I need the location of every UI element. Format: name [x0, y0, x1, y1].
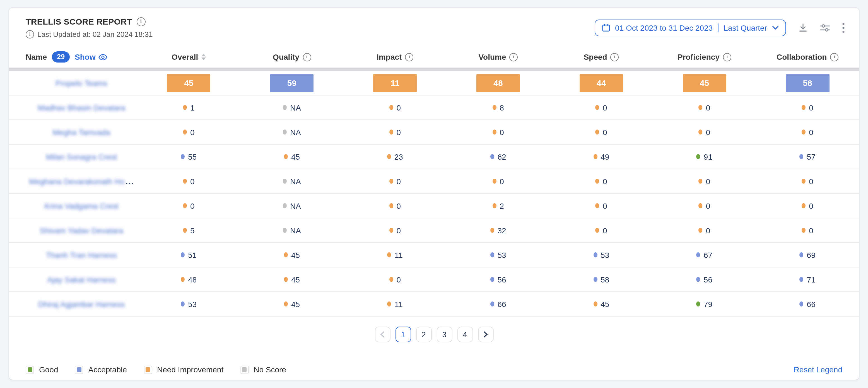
score-cell: 11	[343, 250, 446, 259]
trellis-report-card: TRELLIS SCORE REPORT i i Last Updated at…	[8, 7, 860, 380]
score-status-dot	[802, 105, 806, 110]
info-icon[interactable]: i	[830, 53, 838, 61]
show-names-toggle[interactable]: Show	[75, 53, 108, 61]
score-value: 0	[809, 201, 813, 210]
score-status-dot	[800, 154, 804, 159]
column-header-impact: Impacti	[343, 53, 446, 61]
member-name-link[interactable]: Milan Sonagra Crest	[26, 152, 137, 161]
column-header-label: Overall	[172, 53, 198, 61]
score-value: 62	[497, 152, 506, 161]
pagination-page-4[interactable]: 4	[457, 327, 473, 342]
score-cell: 0	[653, 103, 756, 112]
score-cell: 11	[343, 300, 446, 308]
score-value: 48	[188, 275, 197, 284]
pagination: 1234	[9, 327, 859, 342]
pagination-page-1[interactable]: 1	[395, 327, 411, 342]
pagination-page-2[interactable]: 2	[416, 327, 432, 342]
member-name-link[interactable]: Shivam Yadav Devatara	[26, 226, 137, 235]
score-cell: 45	[241, 152, 344, 161]
score-cell: 58	[756, 74, 859, 92]
score-cell: 45	[653, 74, 756, 92]
legend-items: GoodAcceptableNeed ImprovementNo Score	[26, 365, 286, 374]
download-icon	[798, 23, 808, 32]
report-info-icon[interactable]: i	[136, 17, 145, 26]
settings-button[interactable]	[820, 23, 830, 32]
date-range-picker[interactable]: 01 Oct 2023 to 31 Dec 2023 Last Quarter	[594, 19, 786, 36]
score-status-dot	[283, 105, 287, 110]
legend-item-need-improvement[interactable]: Need Improvement	[144, 365, 223, 374]
score-value: 91	[704, 152, 712, 161]
info-icon[interactable]: i	[509, 53, 518, 61]
member-name-link[interactable]: Dhiraj Agjambar Harness	[26, 300, 137, 308]
score-value: 66	[807, 300, 815, 308]
column-header-overall[interactable]: Overall	[137, 53, 241, 61]
score-cell: 66	[756, 300, 859, 308]
info-icon[interactable]: i	[723, 53, 731, 61]
column-header-label: Collaboration	[776, 53, 827, 61]
score-status-dot	[183, 179, 187, 184]
pagination-prev-button[interactable]	[375, 327, 390, 342]
score-value: 79	[704, 300, 712, 308]
score-cell: 0	[137, 177, 241, 186]
score-value: 0	[706, 103, 710, 112]
title-block: TRELLIS SCORE REPORT i i Last Updated at…	[26, 17, 153, 38]
score-value: 5	[190, 226, 195, 235]
score-cell: 56	[446, 275, 550, 284]
score-cell: 0	[653, 226, 756, 235]
pagination-next-button[interactable]	[478, 327, 493, 342]
legend-label: No Score	[253, 365, 286, 374]
more-options-button[interactable]	[842, 23, 844, 33]
sort-icon[interactable]	[202, 54, 206, 61]
score-value: 57	[807, 152, 815, 161]
score-value: 0	[603, 127, 607, 137]
score-status-dot	[389, 203, 393, 209]
score-value: 51	[188, 250, 197, 259]
score-status-dot	[593, 277, 597, 282]
score-cell: 0	[446, 127, 550, 137]
table-row: Krina Vadgama Crest0NA02000	[9, 194, 859, 218]
page: TRELLIS SCORE REPORT i i Last Updated at…	[0, 0, 868, 388]
legend-item-acceptable[interactable]: Acceptable	[75, 365, 127, 374]
pagination-page-3[interactable]: 3	[436, 327, 452, 342]
member-name-link[interactable]: Madhav Bhasin Devatara	[26, 103, 137, 112]
score-value: NA	[290, 226, 301, 235]
score-status-dot	[389, 277, 393, 282]
score-value: 53	[188, 300, 197, 308]
legend-bar: GoodAcceptableNeed ImprovementNo Score R…	[9, 365, 859, 374]
eye-icon	[98, 53, 108, 61]
download-button[interactable]	[798, 23, 808, 32]
info-icon[interactable]: i	[303, 53, 311, 61]
table-row: Ajay Sakat Harness4845056585671	[9, 267, 859, 292]
table-row: Thanh Tran Harness51451153536769	[9, 243, 859, 267]
legend-item-good[interactable]: Good	[26, 365, 58, 374]
info-icon[interactable]: i	[611, 53, 619, 61]
legend-item-no-score[interactable]: No Score	[240, 365, 286, 374]
table-row: Megha Tamvada0NA00000	[9, 120, 859, 145]
score-value: 0	[190, 177, 195, 186]
member-name-link[interactable]: Thanh Tran Harness	[26, 250, 137, 259]
table-row: Milan Sonagra Crest55452362499157	[9, 145, 859, 169]
score-value: 23	[394, 152, 403, 161]
caret-down-icon	[202, 58, 206, 61]
score-status-dot	[490, 301, 494, 307]
score-status-dot	[284, 277, 288, 282]
member-name-text: Milan Sonagra Crest	[46, 152, 117, 161]
score-cell: 91	[653, 152, 756, 161]
member-name-link[interactable]: Propelo Teams	[26, 79, 137, 87]
member-name-link[interactable]: Meghana Devarakonath Ho...	[26, 177, 137, 186]
score-cell: 23	[343, 152, 446, 161]
score-cell: 1	[137, 103, 241, 112]
column-header-collaboration: Collaborationi	[756, 53, 859, 61]
score-status-dot	[593, 154, 597, 159]
reset-legend-link[interactable]: Reset Legend	[794, 365, 842, 374]
member-name-link[interactable]: Ajay Sakat Harness	[26, 275, 137, 284]
score-cell: 59	[241, 74, 344, 92]
member-name-link[interactable]: Krina Vadgama Crest	[26, 201, 137, 210]
score-value: 0	[603, 226, 607, 235]
member-name-link[interactable]: Megha Tamvada	[26, 127, 137, 137]
show-label: Show	[75, 53, 96, 61]
score-status-dot	[490, 228, 494, 233]
info-icon[interactable]: i	[405, 53, 413, 61]
score-cell: 79	[653, 300, 756, 308]
score-value: NA	[290, 201, 301, 210]
